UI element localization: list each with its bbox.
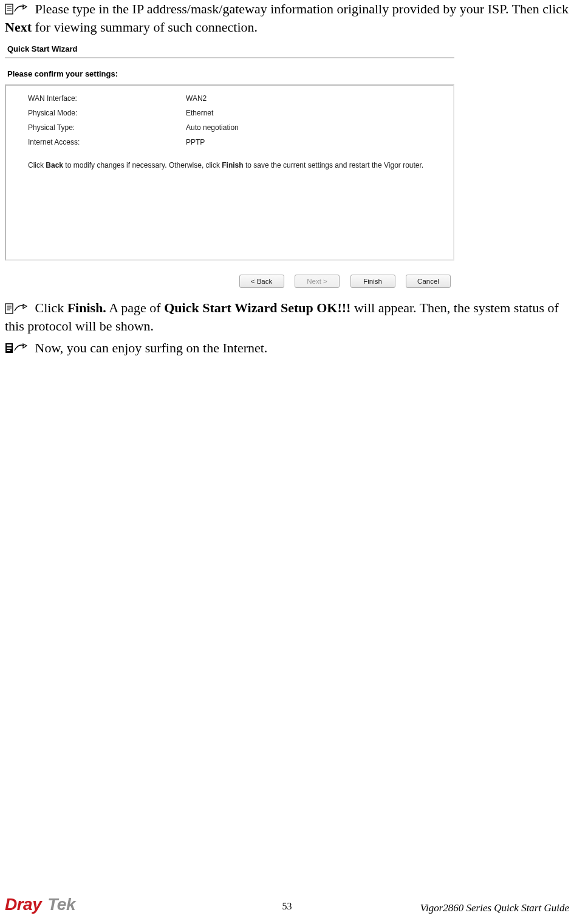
wizard-screenshot: Quick Start Wizard Please confirm your s… <box>5 42 454 288</box>
settings-row: Physical Mode: Ethernet <box>28 109 442 117</box>
doc-title: Vigor2860 Series Quick Start Guide <box>420 902 569 914</box>
settings-label: Physical Mode: <box>28 109 186 117</box>
settings-value: PPTP <box>186 138 442 146</box>
divider <box>5 57 454 58</box>
wizard-button-row: < Back Next > Finish Cancel <box>5 261 454 288</box>
page-number: 53 <box>282 901 292 912</box>
wizard-note: Click Back to modify changes if necessar… <box>28 160 442 171</box>
back-button[interactable]: < Back <box>239 275 284 288</box>
svg-rect-0 <box>5 4 13 14</box>
step-4-icon <box>5 299 32 315</box>
settings-row: Internet Access: PPTP <box>28 138 442 146</box>
step-3-text: Please type in the IP address/mask/gatew… <box>5 1 569 35</box>
step-5: Now, you can enjoy surfing on the Intern… <box>5 339 569 357</box>
svg-rect-9 <box>7 344 12 346</box>
cancel-button[interactable]: Cancel <box>406 275 451 288</box>
settings-label: Internet Access: <box>28 138 186 146</box>
svg-rect-10 <box>7 347 12 349</box>
wizard-subtitle: Please confirm your settings: <box>5 69 454 78</box>
step-4: Click Finish. A page of Quick Start Wiza… <box>5 299 569 335</box>
settings-label: Physical Type: <box>28 123 186 132</box>
step-4-text: Click Finish. A page of Quick Start Wiza… <box>5 300 559 334</box>
step-3: Please type in the IP address/mask/gatew… <box>5 0 569 36</box>
step-5-text: Now, you can enjoy surfing on the Intern… <box>35 340 268 355</box>
svg-rect-4 <box>5 304 13 313</box>
page-footer: DrayTek 53 Vigor2860 Series Quick Start … <box>5 895 569 914</box>
logo: DrayTek <box>5 895 75 914</box>
svg-rect-11 <box>7 350 10 351</box>
settings-row: Physical Type: Auto negotiation <box>28 123 442 132</box>
settings-label: WAN Interface: <box>28 94 186 103</box>
step-5-icon <box>5 339 32 355</box>
next-button: Next > <box>295 275 340 288</box>
wizard-title: Quick Start Wizard <box>5 42 454 57</box>
settings-value: WAN2 <box>186 94 442 103</box>
finish-button[interactable]: Finish <box>350 275 395 288</box>
settings-value: Ethernet <box>186 109 442 117</box>
settings-value: Auto negotiation <box>186 123 442 132</box>
settings-row: WAN Interface: WAN2 <box>28 94 442 103</box>
step-3-icon <box>5 0 32 16</box>
wizard-panel: WAN Interface: WAN2 Physical Mode: Ether… <box>5 84 454 261</box>
